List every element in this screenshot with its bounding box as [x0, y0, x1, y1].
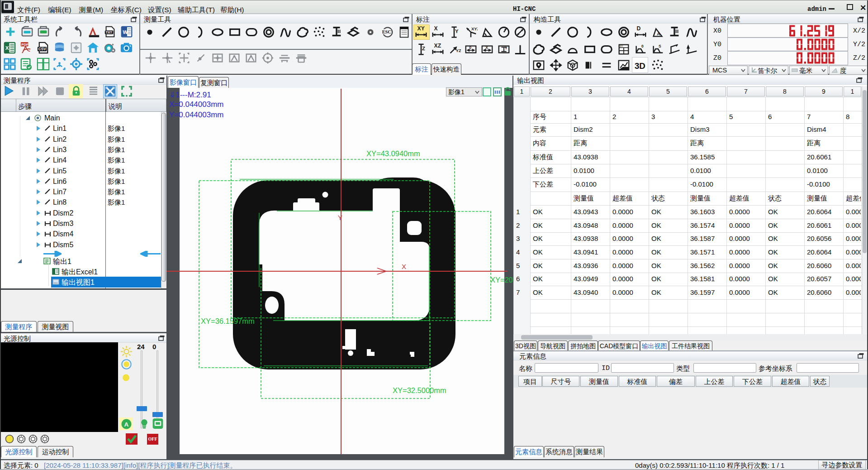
svg-text:D: D — [637, 25, 641, 32]
svg-text:X: X — [485, 45, 488, 50]
svg-text:XY=36.1597mm: XY=36.1597mm — [201, 317, 255, 325]
svg-text:Z: Z — [422, 46, 425, 51]
svg-text:XYZ: XYZ — [471, 27, 477, 31]
svg-text:A: A — [124, 421, 128, 428]
svg-text:X: X — [402, 263, 406, 270]
svg-text:XY=20: XY=20 — [490, 276, 512, 284]
svg-text:YZ: YZ — [456, 48, 461, 53]
svg-text:X: X — [5, 45, 9, 51]
svg-text:XY: XY — [417, 25, 425, 32]
svg-text:Y: Y — [504, 46, 507, 50]
svg-text:S: S — [658, 44, 661, 48]
svg-text:XY=43.0940mm: XY=43.0940mm — [366, 149, 420, 158]
svg-text:ESC: ESC — [382, 29, 391, 34]
svg-text:A: A — [657, 32, 660, 36]
svg-text:X: X — [434, 25, 438, 32]
svg-text:XY=32.5000mm: XY=32.5000mm — [393, 386, 446, 394]
svg-text:0: 0 — [641, 44, 644, 48]
svg-text:3D: 3D — [635, 61, 645, 71]
svg-text:0: 0 — [469, 45, 471, 50]
svg-text:W: W — [123, 29, 128, 35]
svg-text:PDF: PDF — [21, 43, 28, 47]
svg-text:TXT: TXT — [106, 30, 113, 34]
svg-text:x=: x= — [620, 44, 623, 48]
svg-text:CSV: CSV — [38, 47, 46, 51]
svg-text:XZ: XZ — [434, 43, 441, 49]
svg-text:Y: Y — [455, 29, 459, 34]
svg-text:Y: Y — [338, 214, 342, 221]
